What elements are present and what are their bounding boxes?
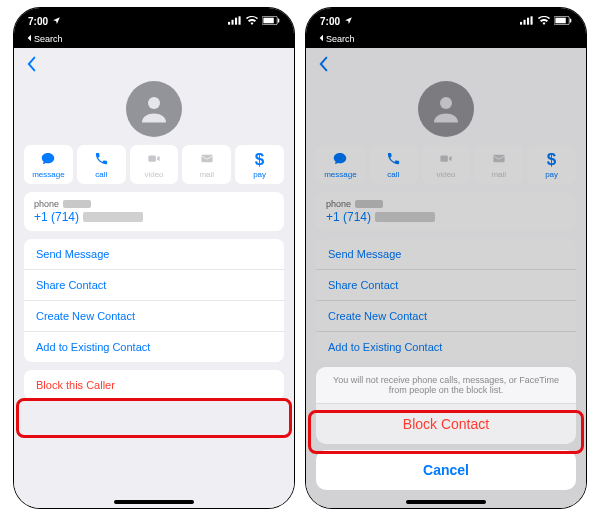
svg-rect-0 — [228, 21, 230, 24]
video-icon — [438, 151, 454, 168]
annotation-highlight — [16, 398, 292, 438]
message-icon — [40, 151, 56, 168]
svg-rect-8 — [148, 155, 156, 161]
svg-rect-16 — [570, 18, 571, 22]
options-list: Send Message Share Contact Create New Co… — [24, 239, 284, 362]
pay-icon: $ — [547, 151, 556, 168]
options-list: Send Message Share Contact Create New Co… — [316, 239, 576, 362]
pay-icon: $ — [255, 151, 264, 168]
phone-card[interactable]: phone +1 (714) — [24, 192, 284, 231]
contact-avatar — [126, 81, 182, 137]
phone-label: phone — [326, 199, 351, 209]
wifi-icon — [538, 16, 550, 27]
phone-number-redacted — [375, 212, 435, 222]
phone-card: phone +1 (714) — [316, 192, 576, 231]
svg-rect-10 — [520, 21, 522, 24]
phone-screenshot-left: 7:00 Search — [14, 8, 294, 508]
battery-icon — [554, 16, 572, 27]
mail-icon — [491, 151, 507, 168]
svg-rect-15 — [555, 17, 565, 23]
phone-number-prefix: +1 (714) — [34, 210, 79, 224]
block-caller-row[interactable]: Block this Caller — [24, 370, 284, 400]
action-label: message — [324, 170, 356, 179]
add-existing-contact-row[interactable]: Add to Existing Contact — [24, 332, 284, 362]
svg-rect-6 — [278, 18, 279, 22]
send-message-row[interactable]: Send Message — [24, 239, 284, 270]
share-contact-row: Share Contact — [316, 270, 576, 301]
svg-rect-19 — [493, 155, 504, 163]
chevron-left-icon — [318, 34, 324, 44]
signal-icon — [520, 16, 534, 27]
phone-number-prefix: +1 (714) — [326, 210, 371, 224]
nav-back-search[interactable]: Search — [14, 34, 294, 48]
battery-icon — [262, 16, 280, 27]
status-bar: 7:00 — [306, 8, 586, 34]
call-button: call — [369, 145, 418, 184]
video-button: video — [130, 145, 179, 184]
svg-point-7 — [148, 97, 160, 109]
block-contact-button[interactable]: Block Contact — [316, 404, 576, 444]
create-new-contact-row: Create New Contact — [316, 301, 576, 332]
location-icon — [344, 16, 353, 27]
sheet-info-text: You will not receive phone calls, messag… — [316, 367, 576, 404]
svg-rect-2 — [235, 17, 237, 24]
phone-number-redacted — [83, 212, 143, 222]
svg-rect-5 — [263, 17, 273, 23]
message-button[interactable]: message — [24, 145, 73, 184]
quick-actions-row: message call video mail $ — [14, 145, 294, 192]
share-contact-row[interactable]: Share Contact — [24, 270, 284, 301]
home-indicator[interactable] — [406, 500, 486, 504]
phone-icon — [94, 151, 109, 168]
mail-icon — [199, 151, 215, 168]
message-icon — [332, 151, 348, 168]
status-time: 7:00 — [28, 16, 48, 27]
contact-detail-view: message call video — [306, 48, 586, 508]
action-label: pay — [545, 170, 558, 179]
send-message-row: Send Message — [316, 239, 576, 270]
phone-type-redacted — [355, 200, 383, 208]
phone-label: phone — [34, 199, 59, 209]
svg-rect-1 — [232, 19, 234, 24]
mail-button: mail — [182, 145, 231, 184]
signal-icon — [228, 16, 242, 27]
video-icon — [146, 151, 162, 168]
action-label: message — [32, 170, 64, 179]
call-button[interactable]: call — [77, 145, 126, 184]
add-existing-contact-row: Add to Existing Contact — [316, 332, 576, 362]
status-bar: 7:00 — [14, 8, 294, 34]
block-card: Block this Caller — [24, 370, 284, 400]
back-button[interactable] — [14, 48, 294, 79]
wifi-icon — [246, 16, 258, 27]
action-label: mail — [199, 170, 214, 179]
home-indicator[interactable] — [114, 500, 194, 504]
svg-rect-11 — [524, 19, 526, 24]
mail-button: mail — [474, 145, 523, 184]
phone-screenshot-right: 7:00 Search — [306, 8, 586, 508]
action-label: call — [387, 170, 399, 179]
svg-rect-18 — [440, 155, 448, 161]
action-label: call — [95, 170, 107, 179]
back-label: Search — [326, 34, 355, 44]
svg-rect-3 — [239, 16, 241, 24]
pay-button: $ pay — [527, 145, 576, 184]
svg-rect-13 — [531, 16, 533, 24]
pay-button[interactable]: $ pay — [235, 145, 284, 184]
video-button: video — [422, 145, 471, 184]
action-label: pay — [253, 170, 266, 179]
action-sheet: You will not receive phone calls, messag… — [316, 367, 576, 496]
create-new-contact-row[interactable]: Create New Contact — [24, 301, 284, 332]
message-button: message — [316, 145, 365, 184]
phone-type-redacted — [63, 200, 91, 208]
phone-icon — [386, 151, 401, 168]
nav-back-search[interactable]: Search — [306, 34, 586, 48]
svg-rect-9 — [201, 155, 212, 163]
contact-detail-view: message call video mail $ — [14, 48, 294, 508]
cancel-button[interactable]: Cancel — [316, 450, 576, 490]
status-time: 7:00 — [320, 16, 340, 27]
action-label: video — [436, 170, 455, 179]
svg-point-17 — [440, 97, 452, 109]
action-label: mail — [491, 170, 506, 179]
contact-avatar — [418, 81, 474, 137]
action-label: video — [144, 170, 163, 179]
back-button — [306, 48, 586, 79]
